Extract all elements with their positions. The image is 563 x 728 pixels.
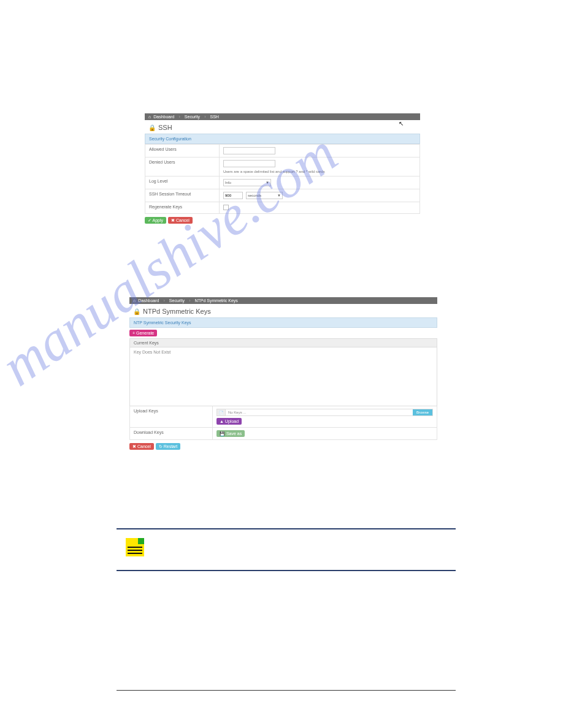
cancel-button[interactable]: ✖ Cancel — [168, 217, 193, 224]
timeout-input[interactable] — [223, 192, 243, 199]
log-level-select[interactable]: Info ▼ — [223, 179, 271, 186]
ssh-panel: ⌂ Dashboard › Security › SSH ↖ 🔒 SSH Sec… — [145, 113, 420, 224]
keys-area: Key Does Not Exist — [130, 347, 437, 406]
crumb-home[interactable]: Dashboard — [138, 298, 159, 303]
crumb-security[interactable]: Security — [185, 115, 200, 119]
note-icon — [126, 538, 144, 556]
label-timeout: SSH Session Timeout — [145, 189, 220, 202]
timeout-unit-value: seconds — [248, 194, 261, 197]
chevron-down-icon: ▼ — [266, 181, 269, 184]
upload-row: Upload Keys 📄 No Keys ... Browse ▲ Uploa… — [129, 406, 437, 428]
label-log-level: Log Level — [145, 176, 220, 189]
breadcrumb: ⌂ Dashboard › Security › NTPd Symmetric … — [129, 297, 437, 304]
denied-users-input[interactable] — [223, 160, 275, 167]
lock-icon: 🔒 — [148, 124, 156, 131]
label-regenerate: Regenerate Keys — [145, 202, 220, 214]
title-text: SSH — [158, 124, 172, 131]
form-table: Allowed Users Denied Users Users are a s… — [145, 144, 420, 214]
divider — [117, 570, 456, 571]
divider — [117, 528, 456, 529]
timeout-unit-select[interactable]: seconds ▼ — [246, 192, 283, 199]
footer — [117, 690, 456, 694]
crumb-sep: › — [178, 115, 180, 119]
title-text: NTPd Symmetric Keys — [143, 308, 211, 315]
crumb-sep: › — [189, 298, 190, 303]
crumb-sep: › — [204, 115, 205, 119]
apply-button[interactable]: ✓ Apply — [145, 217, 166, 224]
chevron-down-icon: ▼ — [277, 194, 281, 197]
label-allowed-users: Allowed Users — [145, 145, 220, 157]
current-keys-header: Current Keys — [130, 339, 437, 347]
allowed-users-input[interactable] — [223, 147, 275, 154]
home-icon: ⌂ — [148, 115, 151, 119]
download-label: Download Keys — [130, 428, 213, 439]
regenerate-checkbox[interactable] — [223, 205, 229, 210]
current-keys-box: Current Keys Key Does Not Exist — [129, 338, 437, 406]
section-header: Security Configuration — [145, 134, 420, 144]
breadcrumb: ⌂ Dashboard › Security › SSH — [145, 113, 420, 120]
crumb-page: NTPd Symmetric Keys — [194, 298, 237, 303]
generate-button[interactable]: + Generate — [129, 330, 157, 336]
section-header: NTP Symmetric Security Keys — [129, 317, 437, 328]
upload-label: Upload Keys — [130, 406, 213, 427]
log-level-value: Info — [225, 181, 231, 184]
page-title: 🔒 SSH — [145, 120, 420, 134]
cancel-button[interactable]: ✖ Cancel — [129, 443, 154, 450]
saveas-button[interactable]: 💾 Save as — [216, 430, 245, 437]
label-denied-users: Denied Users — [145, 157, 220, 176]
browse-button[interactable]: Browse — [413, 409, 432, 415]
file-input[interactable]: 📄 No Keys ... Browse — [216, 409, 433, 416]
upload-button[interactable]: ▲ Upload — [216, 418, 242, 425]
home-icon: ⌂ — [133, 298, 136, 303]
download-row: Download Keys 💾 Save as — [129, 428, 437, 440]
crumb-security[interactable]: Security — [169, 298, 185, 303]
page-title: 🔒 NTPd Symmetric Keys — [129, 304, 437, 317]
file-name: No Keys ... — [226, 411, 413, 414]
restart-button[interactable]: ↻ Restart — [156, 443, 181, 450]
ntpd-panel: ⌂ Dashboard › Security › NTPd Symmetric … — [129, 297, 437, 450]
file-icon: 📄 — [217, 409, 226, 415]
crumb-home[interactable]: Dashboard — [153, 115, 174, 119]
crumb-sep: › — [163, 298, 164, 303]
lock-icon: 🔒 — [133, 308, 140, 315]
crumb-page: SSH — [210, 115, 218, 119]
help-text: Users are a space delimited list and sup… — [223, 170, 416, 173]
cursor-icon: ↖ — [399, 120, 404, 127]
